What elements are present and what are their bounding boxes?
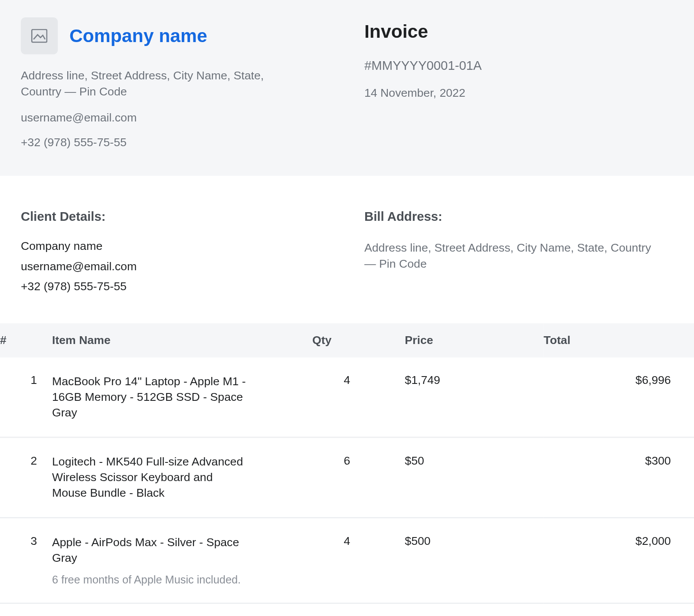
col-header-total: Total bbox=[543, 323, 694, 357]
table-row: 3 Apple - AirPods Max - Silver - Space G… bbox=[0, 518, 694, 603]
cell-name: Apple - AirPods Max - Silver - Space Gra… bbox=[52, 518, 312, 603]
invoice-title: Invoice bbox=[364, 21, 673, 42]
client-details-title: Client Details: bbox=[21, 210, 330, 225]
cell-name: Logitech - MK540 Full-size Advanced Wire… bbox=[52, 437, 312, 518]
table-header-row: # Item Name Qty Price Total bbox=[0, 323, 694, 357]
invoice-header: Company name Address line, Street Addres… bbox=[0, 0, 694, 176]
company-name: Company name bbox=[69, 25, 207, 46]
client-email: username@email.com bbox=[21, 260, 330, 273]
col-header-name: Item Name bbox=[52, 323, 312, 357]
item-note: 6 free months of Apple Music included. bbox=[52, 574, 312, 587]
cell-name: MacBook Pro 14" Laptop - Apple M1 - 16GB… bbox=[52, 357, 312, 437]
cell-index: 1 bbox=[0, 357, 52, 437]
sender-email: username@email.com bbox=[21, 111, 330, 125]
cell-price: $500 bbox=[382, 518, 543, 603]
cell-price: $50 bbox=[382, 437, 543, 518]
sender-block: Company name Address line, Street Addres… bbox=[21, 17, 347, 149]
image-placeholder-icon bbox=[31, 29, 47, 43]
item-name: MacBook Pro 14" Laptop - Apple M1 - 16GB… bbox=[52, 374, 249, 420]
line-items-table: # Item Name Qty Price Total 1 MacBook Pr… bbox=[0, 323, 694, 604]
invoice-date: 14 November, 2022 bbox=[364, 86, 673, 100]
client-company: Company name bbox=[21, 239, 330, 253]
bill-address: Bill Address: Address line, Street Addre… bbox=[347, 210, 673, 300]
cell-total: $6,996 bbox=[543, 357, 694, 437]
col-header-price: Price bbox=[382, 323, 543, 357]
cell-index: 3 bbox=[0, 518, 52, 603]
cell-total: $2,000 bbox=[543, 518, 694, 603]
cell-qty: 4 bbox=[312, 518, 382, 603]
bill-address-title: Bill Address: bbox=[364, 210, 673, 225]
col-header-qty: Qty bbox=[312, 323, 382, 357]
item-name: Logitech - MK540 Full-size Advanced Wire… bbox=[52, 454, 249, 501]
item-name: Apple - AirPods Max - Silver - Space Gra… bbox=[52, 534, 249, 566]
invoice-number: #MMYYYY0001-01A bbox=[364, 59, 673, 74]
table-row: 1 MacBook Pro 14" Laptop - Apple M1 - 16… bbox=[0, 357, 694, 437]
invoice-document: { "header": { "company_name": "Company n… bbox=[0, 0, 694, 604]
client-details: Client Details: Company name username@em… bbox=[21, 210, 347, 300]
col-header-index: # bbox=[0, 323, 52, 357]
cell-total: $300 bbox=[543, 437, 694, 518]
invoice-meta: Invoice #MMYYYY0001-01A 14 November, 202… bbox=[347, 17, 673, 149]
cell-qty: 4 bbox=[312, 357, 382, 437]
sender-address: Address line, Street Address, City Name,… bbox=[21, 67, 269, 100]
table-row: 2 Logitech - MK540 Full-size Advanced Wi… bbox=[0, 437, 694, 518]
company-logo-placeholder bbox=[21, 17, 58, 54]
cell-price: $1,749 bbox=[382, 357, 543, 437]
client-phone: +32 (978) 555-75-55 bbox=[21, 280, 330, 293]
bill-address-text: Address line, Street Address, City Name,… bbox=[364, 239, 654, 272]
cell-qty: 6 bbox=[312, 437, 382, 518]
details-section: Client Details: Company name username@em… bbox=[0, 176, 694, 323]
cell-index: 2 bbox=[0, 437, 52, 518]
sender-phone: +32 (978) 555-75-55 bbox=[21, 136, 330, 149]
